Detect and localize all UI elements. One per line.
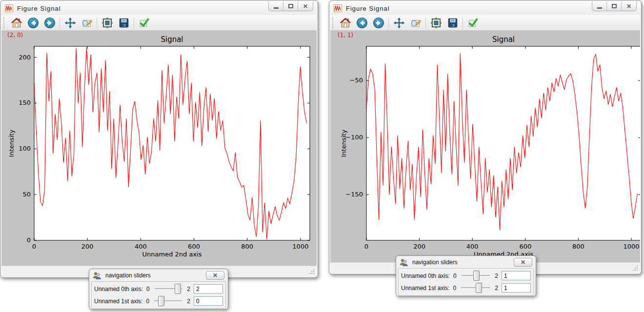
maximize-button[interactable] (283, 1, 298, 11)
dialog-titlebar[interactable]: navigation sliders ✕ (89, 269, 228, 281)
forward-button[interactable] (42, 16, 57, 30)
slider-label: Unnamed 1st axis: (94, 298, 142, 305)
edit-plot-icon (409, 17, 422, 29)
svg-text:1000: 1000 (292, 243, 308, 250)
resize-grip[interactable] (632, 265, 639, 272)
save-icon (118, 17, 130, 29)
minimize-icon (274, 7, 279, 9)
svg-text:600: 600 (519, 243, 531, 250)
slider-min: 0 (145, 298, 150, 305)
window-controls: ✕ (268, 1, 313, 11)
slider-value-input[interactable] (194, 296, 223, 306)
home-button[interactable] (338, 16, 353, 30)
back-button[interactable] (25, 16, 40, 30)
close-icon: ✕ (521, 259, 525, 266)
svg-text:0: 0 (32, 243, 36, 250)
pan-icon (64, 17, 77, 29)
window-title: Figure Signal (346, 5, 390, 12)
slider-handle[interactable] (473, 271, 480, 281)
titlebar[interactable]: Figure Signal ✕ (330, 1, 640, 15)
svg-text:400: 400 (135, 243, 147, 250)
close-button[interactable]: ✕ (298, 1, 313, 11)
slider-value-input[interactable] (194, 284, 223, 293)
svg-text:−50: −50 (350, 77, 363, 84)
maximize-button[interactable] (607, 1, 622, 11)
home-button[interactable] (9, 16, 24, 30)
resize-grip[interactable] (309, 269, 315, 275)
save-icon (446, 17, 459, 29)
dialog-title: navigation sliders (105, 272, 151, 279)
toolbar (1, 15, 317, 31)
app-icon (5, 4, 13, 12)
slider-min: 0 (452, 285, 457, 292)
slider-label: Unnamed 1st axis: (401, 285, 449, 292)
svg-text:200: 200 (19, 54, 31, 61)
svg-text:200: 200 (413, 243, 425, 250)
slider-row-1st-axis: Unnamed 1st axis: 0 2 (401, 282, 531, 294)
people-icon (93, 272, 101, 279)
navigation-sliders-dialog-right: navigation sliders ✕ Unnamed 0th axis: 0… (396, 255, 536, 296)
window-controls: ✕ (592, 1, 637, 11)
signal-plot[interactable]: 02004006008001000050100150200SignalUnnam… (1, 31, 317, 266)
apply-button[interactable] (465, 16, 481, 30)
forward-button[interactable] (371, 16, 386, 30)
configure-subplots-icon (101, 17, 114, 29)
svg-text:Intensity: Intensity (340, 129, 347, 157)
configure-subplots-button[interactable] (100, 16, 115, 30)
figure-canvas[interactable]: (1, 1) 02004006008001000−50−100−150Signa… (330, 31, 640, 262)
signal-plot[interactable]: 02004006008001000−50−100−150SignalUnname… (330, 31, 640, 262)
edit-plot-button[interactable] (79, 16, 94, 30)
maximize-icon (612, 4, 617, 8)
slider-value-input[interactable] (502, 283, 531, 292)
svg-text:200: 200 (81, 243, 94, 250)
back-icon (356, 17, 368, 29)
pan-icon (393, 17, 405, 29)
back-button[interactable] (354, 16, 369, 30)
toolbar-separator (388, 17, 389, 29)
slider-row-0th-axis: Unnamed 0th axis: 0 2 (94, 283, 223, 295)
maximize-icon (288, 4, 293, 8)
back-icon (27, 17, 40, 29)
slider-max: 2 (186, 286, 191, 292)
dialog-close-button[interactable]: ✕ (514, 258, 532, 267)
slider-track[interactable] (155, 288, 182, 290)
slider-track[interactable] (461, 287, 490, 289)
svg-text:150: 150 (19, 99, 31, 106)
slider-max: 2 (494, 273, 499, 279)
dialog-titlebar[interactable]: navigation sliders ✕ (396, 256, 536, 268)
minimize-button[interactable] (269, 1, 283, 11)
figure-canvas[interactable]: (2, 0) 02004006008001000050100150200Sign… (1, 31, 317, 266)
slider-handle[interactable] (158, 296, 164, 306)
svg-text:400: 400 (466, 243, 479, 250)
svg-text:50: 50 (22, 191, 31, 198)
save-button[interactable] (445, 16, 460, 30)
svg-text:Signal: Signal (492, 35, 515, 44)
edit-plot-button[interactable] (408, 16, 423, 30)
apply-button[interactable] (137, 16, 152, 30)
forward-icon (43, 17, 56, 29)
titlebar[interactable]: Figure Signal ✕ (1, 1, 317, 15)
slider-handle[interactable] (476, 283, 482, 293)
figure-window-right: Figure Signal ✕ (1, 1) 02004006008001000… (329, 0, 642, 274)
slider-min: 0 (145, 286, 151, 292)
slider-value-input[interactable] (502, 271, 531, 280)
forward-icon (372, 17, 385, 29)
navigation-sliders-dialog-left: navigation sliders ✕ Unnamed 0th axis: 0… (89, 269, 228, 310)
slider-track[interactable] (154, 300, 182, 302)
toolbar-grip[interactable] (332, 17, 335, 29)
app-icon (334, 4, 342, 12)
close-button[interactable]: ✕ (622, 1, 636, 11)
toolbar-grip[interactable] (3, 17, 6, 29)
close-icon: ✕ (213, 272, 218, 279)
toolbar-separator (97, 17, 97, 29)
slider-handle[interactable] (175, 284, 181, 294)
minimize-button[interactable] (592, 1, 607, 11)
slider-track[interactable] (462, 275, 490, 276)
pan-button[interactable] (391, 16, 406, 30)
slider-row-0th-axis: Unnamed 0th axis: 0 2 (401, 270, 531, 282)
configure-subplots-button[interactable] (428, 16, 443, 30)
dialog-close-button[interactable]: ✕ (206, 271, 224, 280)
toolbar (330, 15, 640, 31)
pan-button[interactable] (62, 16, 78, 30)
save-button[interactable] (116, 16, 131, 30)
